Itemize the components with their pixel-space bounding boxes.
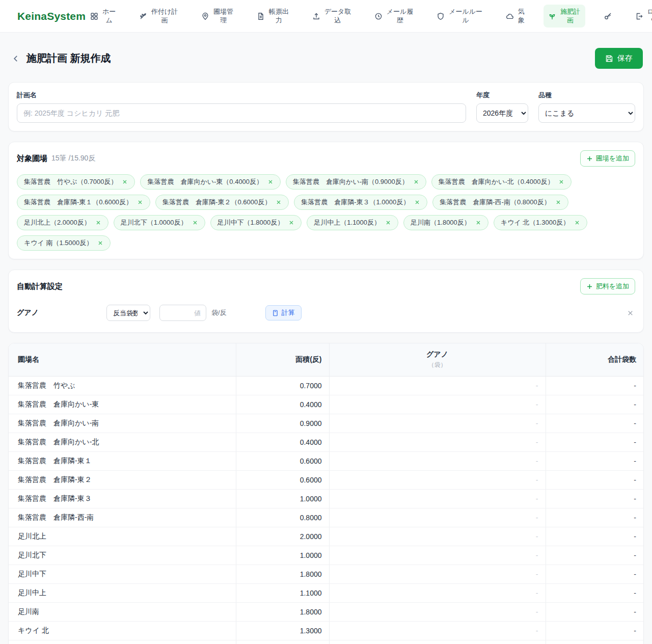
area-cell: 1.1000 [236,584,329,603]
field-tag[interactable]: 集落営農 倉庫隣-東３（1.0000反） [294,195,427,210]
remove-tag-icon[interactable] [574,220,580,226]
remove-fertilizer-icon[interactable] [626,308,635,318]
total-bags-cell: - [546,414,643,433]
remove-tag-icon[interactable] [276,199,282,205]
field-tag[interactable]: 足川中上（1.1000反） [307,215,398,230]
remove-tag-icon[interactable] [95,220,101,226]
total-bags-cell: - [546,640,643,644]
column-header-field-name: 圃場名 [9,343,236,377]
field-name-cell: キウイ 北 [9,622,236,640]
remove-tag-icon[interactable] [97,240,103,246]
area-cell: 1.8000 [236,603,329,622]
field-tag[interactable]: 集落営農 竹やぶ（0.7000反） [17,174,135,190]
guano-cell: - [329,527,546,546]
field-tag[interactable]: キウイ 南（1.5000反） [17,235,111,251]
page-header: 施肥計画 新規作成 保存 [9,48,643,69]
table-row: 足川北下 1.0000 - - [9,546,643,565]
field-name-cell: 足川南 [9,603,236,622]
field-tag[interactable]: 集落営農 倉庫隣-東２（0.6000反） [155,195,289,210]
table-row: 足川南 1.8000 - - [9,603,643,622]
nav-item-data-import[interactable]: データ取込 [308,5,356,28]
brand-logo[interactable]: KeinaSystem [17,10,86,22]
total-bags-cell: - [546,622,643,640]
add-field-button-label: 圃場を追加 [596,154,629,163]
remove-tag-icon[interactable] [413,179,419,185]
main-content: 施肥計画 新規作成 保存 計画名 年度 2026年度 品種 に [0,33,652,644]
remove-tag-icon[interactable] [555,199,561,205]
total-bags-cell: - [546,546,643,565]
field-tag-label: 足川中上（1.1000反） [314,218,381,227]
nav-item-logout[interactable]: ログアウト [631,5,652,28]
total-bags-cell: - [546,584,643,603]
remove-tag-icon[interactable] [137,199,143,205]
remove-tag-icon[interactable] [267,179,274,185]
field-tag[interactable]: 集落営農 倉庫向かい-南（0.9000反） [286,174,426,190]
save-button[interactable]: 保存 [595,48,643,69]
add-field-button[interactable]: 圃場を追加 [580,150,635,167]
field-name-cell: 足川北上 [9,527,236,546]
key-icon [604,12,612,20]
area-cell: 1.8000 [236,565,329,584]
field-tag[interactable]: 足川北下（1.0000反） [114,215,205,230]
field-tag[interactable]: 足川北上（2.0000反） [17,215,108,230]
nav-item-fertilization-plan[interactable]: 施肥計画 [544,5,585,28]
calc-value-input[interactable] [159,305,206,321]
field-tag[interactable]: 集落営農 倉庫隣-西-南（0.8000反） [432,195,568,210]
nav-item-mail-rules[interactable]: メールルール [432,5,487,28]
remove-tag-icon[interactable] [288,220,294,226]
auto-calc-title: 自動計算設定 [17,282,63,291]
year-select[interactable]: 2026年度 [476,103,528,123]
fertilizer-row: グアノ 反当袋数 袋/反 計算 [17,305,635,324]
table-row: 集落営農 倉庫隣-東２ 0.6000 - - [9,471,643,490]
table-header-row: 圃場名 面積(反) グアノ （袋） 合計袋数 [9,343,643,377]
field-tag[interactable]: 足川南（1.8000反） [403,215,488,230]
add-fertilizer-button[interactable]: 肥料を追加 [580,278,635,294]
nav-item-password[interactable] [599,9,617,23]
field-tag[interactable]: 集落営農 倉庫隣-東１（0.6000反） [17,195,150,210]
nav-item-field-management[interactable]: 圃場管理 [197,5,238,28]
remove-tag-icon[interactable] [122,179,128,185]
target-fields-card: 対象圃場 15筆 /15.90反 圃場を追加 集落営農 竹やぶ（0.7000反）… [8,142,644,259]
nav-menu: ホーム 作付け計画 圃場管理 帳票出力 データ取込 [86,5,652,28]
plan-form-card: 計画名 年度 2026年度 品種 にこまる [8,82,644,131]
column-header-area: 面積(反) [236,343,329,377]
remove-tag-icon[interactable] [475,220,481,226]
calc-mode-select[interactable]: 反当袋数 [106,305,150,321]
nav-item-report-output[interactable]: 帳票出力 [252,5,294,28]
field-tag[interactable]: 集落営農 倉庫向かい-東（0.4000反） [140,174,281,190]
field-name-cell: 集落営農 倉庫隣-東２ [9,471,236,490]
field-tag[interactable]: 集落営農 倉庫向かい-北（0.4000反） [431,174,572,190]
field-name-cell: 足川北下 [9,546,236,565]
variety-select[interactable]: にこまる [538,103,635,123]
field-tag-label: キウイ 南（1.5000反） [24,238,93,248]
back-button[interactable] [9,52,22,65]
guano-cell: - [329,377,546,395]
auto-calc-card: 自動計算設定 肥料を追加 グアノ 反当袋数 袋/反 計算 [8,270,644,333]
nav-item-weather[interactable]: 気象 [501,5,530,28]
remove-tag-icon[interactable] [385,220,391,226]
nav-item-label: データ取込 [324,8,351,24]
field-name-cell: 集落営農 倉庫隣-東３ [9,490,236,508]
column-header-guano: グアノ （袋） [329,343,546,377]
remove-tag-icon[interactable] [192,220,198,226]
calculate-button[interactable]: 計算 [265,305,302,320]
calc-unit-label: 袋/反 [211,308,227,317]
document-icon [257,12,265,20]
remove-tag-icon[interactable] [558,179,564,185]
table-row: 集落営農 竹やぶ 0.7000 - - [9,377,643,395]
table-row: 集落営農 倉庫隣-東３ 1.0000 - - [9,490,643,508]
nav-item-label: 帳票出力 [268,8,289,24]
fields-table-card: 圃場名 面積(反) グアノ （袋） 合計袋数 集落営農 竹やぶ 0.7000 -… [8,343,644,644]
guano-cell: - [329,433,546,452]
field-tag[interactable]: 足川中下（1.8000反） [210,215,302,230]
sprout-icon [548,12,556,20]
nav-item-cropping-plan[interactable]: 作付け計画 [134,5,183,28]
table-row: 集落営農 倉庫隣-西-南 0.8000 - - [9,508,643,527]
plan-name-input[interactable] [17,103,466,123]
nav-item-mail-history[interactable]: メール履歴 [370,5,418,28]
field-tag[interactable]: キウイ 北（1.3000反） [494,215,587,230]
nav-item-home[interactable]: ホーム [86,5,121,28]
total-bags-cell: - [546,471,643,490]
guano-cell: - [329,640,546,644]
remove-tag-icon[interactable] [414,199,420,205]
